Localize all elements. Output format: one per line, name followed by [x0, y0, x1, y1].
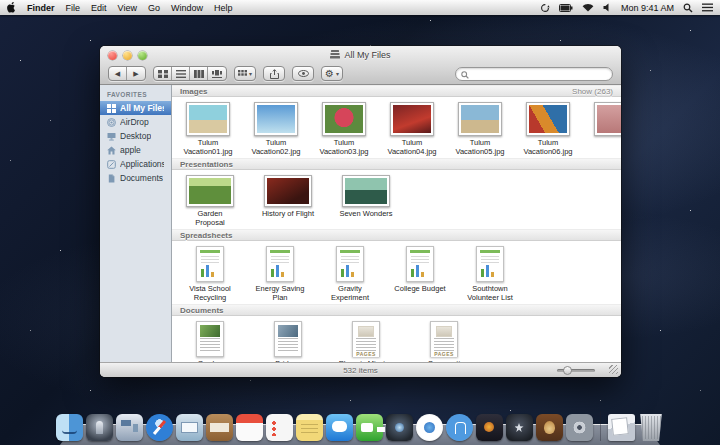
- file-thumbnail: [526, 102, 570, 136]
- file-name: Garden Proposal: [182, 209, 238, 227]
- dock-photo-booth-icon[interactable]: [386, 414, 413, 441]
- dock-iphoto-icon[interactable]: [476, 414, 503, 441]
- file-item[interactable]: Garden Newsletter: [182, 321, 238, 362]
- file-item[interactable]: Tulum Vacation01.jpg: [182, 102, 234, 156]
- file-item[interactable]: Tulum Vacation03.jpg: [318, 102, 370, 156]
- sidebar-item-home[interactable]: apple: [100, 143, 171, 157]
- menu-edit[interactable]: Edit: [91, 3, 107, 13]
- forward-button[interactable]: ▶: [127, 67, 145, 80]
- sidebar-label: Desktop: [120, 131, 151, 141]
- volume-icon[interactable]: [603, 3, 612, 12]
- notification-center-icon[interactable]: [702, 3, 713, 12]
- file-thumbnail: [274, 321, 302, 357]
- dock-launchpad-icon[interactable]: [86, 414, 113, 441]
- back-button[interactable]: ◀: [109, 67, 127, 80]
- dock-calendar-icon[interactable]: [236, 414, 263, 441]
- group-header-images: Images Show (263): [172, 85, 621, 97]
- file-item[interactable]: Bridges: [260, 321, 316, 362]
- title-bar[interactable]: All My Files: [100, 46, 621, 63]
- dock-contacts-icon[interactable]: [206, 414, 233, 441]
- file-item[interactable]: Tulum Vacation04.jpg: [386, 102, 438, 156]
- time-machine-icon[interactable]: [540, 3, 550, 13]
- dock-notes-icon[interactable]: [296, 414, 323, 441]
- sidebar-item-desktop[interactable]: Desktop: [100, 129, 171, 143]
- column-view-button[interactable]: [190, 67, 208, 80]
- menu-go[interactable]: Go: [148, 3, 160, 13]
- sidebar-item-all-my-files[interactable]: All My Files: [100, 101, 171, 115]
- status-bar: 532 items: [100, 362, 621, 377]
- battery-icon[interactable]: [559, 4, 573, 12]
- dock: [60, 403, 660, 445]
- dock-itunes-icon[interactable]: [416, 414, 443, 441]
- dock-imovie-icon[interactable]: [506, 414, 533, 441]
- coverflow-view-button[interactable]: [208, 67, 226, 80]
- file-item[interactable]: PAGES Phoenix Mission: [338, 321, 394, 362]
- file-item[interactable]: College Budget: [392, 246, 448, 293]
- dock-documents-stack-icon[interactable]: [608, 414, 635, 441]
- sidebar-item-airdrop[interactable]: AirDrop: [100, 115, 171, 129]
- file-item[interactable]: Tulum Vacation02.jpg: [250, 102, 302, 156]
- file-name: Tulum Vacation01.jpg: [182, 138, 234, 156]
- view-mode-control: [153, 66, 227, 81]
- file-item[interactable]: Seven Wonders: [338, 175, 394, 218]
- wifi-icon[interactable]: [582, 3, 594, 12]
- arrange-button[interactable]: ▾: [234, 66, 256, 81]
- menu-file[interactable]: File: [66, 3, 81, 13]
- arrange-caret-icon: ▾: [249, 70, 252, 77]
- file-item[interactable]: Gravity Experiment: [322, 246, 378, 302]
- zoom-button[interactable]: [138, 51, 147, 60]
- menu-view[interactable]: View: [118, 3, 137, 13]
- dock-facetime-icon[interactable]: [356, 414, 383, 441]
- menu-finder[interactable]: Finder: [27, 3, 55, 13]
- icon-size-slider[interactable]: [557, 369, 595, 372]
- menu-window[interactable]: Window: [171, 3, 203, 13]
- menu-clock[interactable]: Mon 9:41 AM: [621, 3, 674, 13]
- icon-view-button[interactable]: [154, 67, 172, 80]
- images-row: Tulum Vacation01.jpg Tulum Vacation02.jp…: [172, 97, 621, 158]
- share-button[interactable]: [263, 66, 285, 81]
- show-all-images-link[interactable]: Show (263): [572, 87, 613, 96]
- resize-grip[interactable]: [609, 365, 618, 374]
- file-item[interactable]: Energy Saving Plan: [252, 246, 308, 302]
- list-view-button[interactable]: [172, 67, 190, 80]
- file-item[interactable]: Garden Proposal: [182, 175, 238, 227]
- apple-menu-icon[interactable]: [7, 2, 16, 13]
- file-thumbnail: PAGES: [352, 321, 380, 357]
- search-field[interactable]: [455, 67, 613, 81]
- file-item[interactable]: PAGES Serengeti Report: [416, 321, 472, 362]
- file-item[interactable]: History of Flight: [260, 175, 316, 218]
- slider-knob[interactable]: [563, 366, 572, 375]
- sidebar-item-documents[interactable]: Documents: [100, 171, 171, 185]
- sidebar-item-applications[interactable]: Applications: [100, 157, 171, 171]
- search-input[interactable]: [472, 69, 607, 78]
- dock-mail-icon[interactable]: [176, 414, 203, 441]
- quick-look-button[interactable]: [292, 66, 314, 81]
- close-button[interactable]: [108, 51, 117, 60]
- dock-finder-icon[interactable]: [56, 414, 83, 441]
- file-name: Southtown Volunteer List: [462, 284, 518, 302]
- sidebar-label: apple: [120, 145, 141, 155]
- file-item-partial[interactable]: [590, 102, 621, 136]
- dock-app-store-icon[interactable]: [446, 414, 473, 441]
- action-menu-button[interactable]: ⚙ ▾: [321, 66, 343, 81]
- file-item[interactable]: Tulum Vacation06.jpg: [522, 102, 574, 156]
- items-count: 532 items: [343, 366, 378, 375]
- minimize-button[interactable]: [123, 51, 132, 60]
- dock-reminders-icon[interactable]: [266, 414, 293, 441]
- sidebar-favorites-heading: FAVORITES: [100, 89, 171, 101]
- dock-system-preferences-icon[interactable]: [566, 414, 593, 441]
- dock-icons: [60, 411, 660, 441]
- file-thumbnail: [186, 102, 230, 136]
- file-item[interactable]: Vista School Recycling: [182, 246, 238, 302]
- dock-messages-icon[interactable]: [326, 414, 353, 441]
- spotlight-icon[interactable]: [683, 3, 693, 13]
- dock-mission-control-icon[interactable]: [116, 414, 143, 441]
- file-item[interactable]: Tulum Vacation05.jpg: [454, 102, 506, 156]
- file-item[interactable]: Southtown Volunteer List: [462, 246, 518, 302]
- file-thumbnail: [264, 175, 312, 207]
- dock-safari-icon[interactable]: [146, 414, 173, 441]
- file-thumbnail: [406, 246, 434, 282]
- menu-help[interactable]: Help: [214, 3, 233, 13]
- file-thumbnail: [266, 246, 294, 282]
- dock-garageband-icon[interactable]: [536, 414, 563, 441]
